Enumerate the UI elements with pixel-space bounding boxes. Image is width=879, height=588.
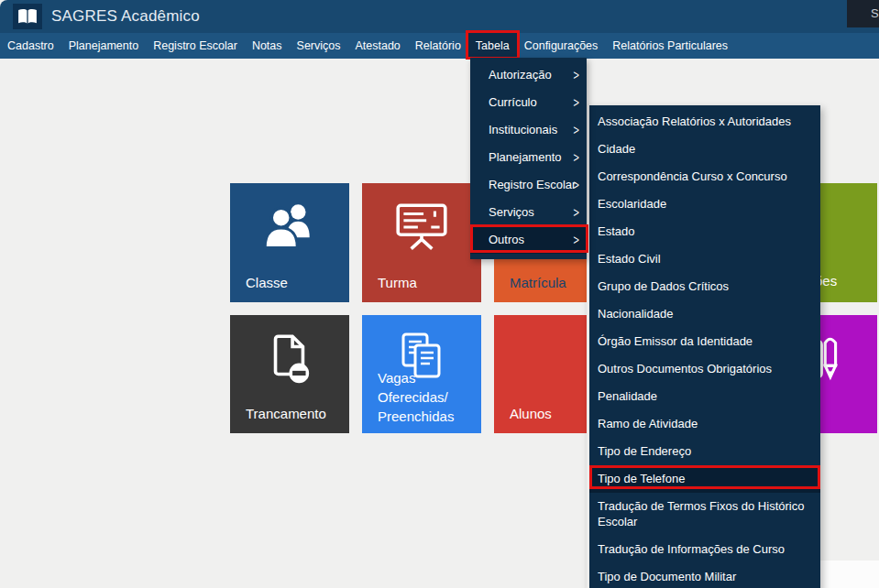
outros-submenu: Associação Relatórios x AutoridadesCidad…: [587, 105, 820, 588]
tile-vagas-oferecidas-preenchidas[interactable]: Vagas Oferecidas/ Preenchidas: [362, 315, 481, 433]
tile-label: Alunos: [510, 404, 552, 423]
submenu-item-cidade[interactable]: Cidade: [589, 136, 820, 163]
menubar-item-planejamento[interactable]: Planejamento: [61, 33, 146, 59]
tile-label: Classe: [246, 273, 288, 292]
menubar-item-notas[interactable]: Notas: [245, 33, 290, 59]
submenu-item-estado-civil[interactable]: Estado Civil: [589, 245, 820, 273]
menubar-item-configuracoes[interactable]: Configurações: [517, 33, 606, 59]
menubar: CadastroPlanejamentoRegistro EscolarNota…: [0, 33, 879, 59]
submenu-item-outros-documentos-obrigatorios[interactable]: Outros Documentos Obrigatórios: [589, 355, 820, 383]
submenu-item-ramo-de-atividade[interactable]: Ramo de Atividade: [589, 410, 820, 438]
menubar-item-relatorios-particulares[interactable]: Relatórios Particulares: [605, 33, 735, 59]
dropdown-item-label: Autorização: [489, 68, 552, 82]
account-button[interactable]: S: [847, 0, 879, 27]
dropdown-item-outros[interactable]: Outros>: [470, 226, 587, 254]
submenu-item-tipo-de-documento-militar[interactable]: Tipo de Documento Militar: [589, 563, 820, 588]
submenu-item-associacao-relatorios-x-autoridades[interactable]: Associação Relatórios x Autoridades: [589, 108, 820, 136]
people-icon: [230, 198, 349, 258]
open-book-icon: [17, 8, 38, 25]
tile-trancamento[interactable]: Trancamento: [230, 315, 349, 433]
menubar-item-relatorio[interactable]: Relatório: [408, 33, 468, 59]
dropdown-item-registro-escolar[interactable]: Registro Escolar>: [470, 171, 587, 199]
submenu-item-traducao-de-informacoes-de-curso[interactable]: Tradução de Informações de Curso: [589, 536, 820, 563]
dropdown-item-label: Outros: [489, 233, 524, 246]
tile-label: Turma: [378, 273, 417, 292]
tile-label: Vagas Oferecidas/ Preenchidas: [378, 368, 481, 426]
tile-turma[interactable]: Turma: [362, 183, 481, 302]
dropdown-item-curriculo[interactable]: Currículo>: [470, 89, 587, 116]
app-title: SAGRES Acadêmico: [51, 0, 200, 33]
menubar-item-tabela[interactable]: Tabela: [468, 33, 517, 59]
dropdown-item-label: Serviços: [489, 205, 534, 219]
submenu-item-correspondencia-curso-x-concurso[interactable]: Correspondência Curso x Concurso: [589, 163, 820, 191]
submenu-item-orgao-emissor-da-identidade[interactable]: Órgão Emissor da Identidade: [589, 328, 820, 355]
submenu-item-nacionalidade[interactable]: Nacionalidade: [589, 300, 820, 328]
white-panel-fragment: [820, 561, 879, 588]
submenu-item-tipo-de-endereco[interactable]: Tipo de Endereço: [589, 438, 820, 465]
menubar-item-atestado[interactable]: Atestado: [347, 33, 407, 59]
dropdown-item-label: Registro Escolar: [489, 178, 576, 191]
dropdown-item-autorizacao[interactable]: Autorização>: [470, 61, 587, 89]
tile-label: Matrícula: [510, 273, 566, 292]
tile-label: Trancamento: [246, 404, 326, 423]
dropdown-item-label: Planejamento: [489, 150, 562, 164]
submenu-item-estado[interactable]: Estado: [589, 218, 820, 245]
submenu-item-escolaridade[interactable]: Escolaridade: [589, 191, 820, 218]
tabela-dropdown-menu: Autorização>Currículo>Institucionais>Pla…: [470, 58, 587, 259]
sagres-academico-window: { "header": { "title": "SAGRES Acadêmico…: [0, 0, 879, 588]
presentation-board-icon: [362, 198, 481, 258]
dropdown-item-institucionais[interactable]: Institucionais>: [470, 116, 587, 144]
document-minus-icon: [230, 330, 349, 390]
menubar-item-registro-escolar[interactable]: Registro Escolar: [146, 33, 245, 59]
tile-classe[interactable]: Classe: [230, 183, 349, 302]
submenu-item-traducao-de-termos-fixos-do-historico-escolar[interactable]: Tradução de Termos Fixos do Histórico Es…: [589, 493, 820, 536]
menubar-item-servicos[interactable]: Serviços: [290, 33, 348, 59]
dropdown-item-planejamento[interactable]: Planejamento>: [470, 144, 587, 171]
dropdown-item-label: Institucionais: [489, 123, 557, 136]
submenu-item-grupo-de-dados-criticos[interactable]: Grupo de Dados Críticos: [589, 273, 820, 300]
submenu-item-penalidade[interactable]: Penalidade: [589, 383, 820, 410]
menubar-item-cadastro[interactable]: Cadastro: [0, 33, 61, 59]
dropdown-item-label: Currículo: [489, 95, 537, 109]
submenu-item-tipo-de-telefone[interactable]: Tipo de Telefone: [589, 465, 820, 493]
app-logo: [13, 4, 42, 29]
app-header: SAGRES Acadêmico S: [0, 0, 879, 33]
dropdown-item-servicos[interactable]: Serviços>: [470, 199, 587, 226]
chevron-right-icon: >: [574, 223, 579, 257]
